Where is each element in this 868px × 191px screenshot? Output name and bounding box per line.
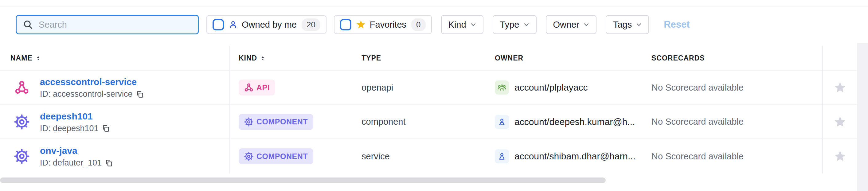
column-header-name[interactable]: NAME [0,46,230,70]
entity-type: openapi [362,83,393,93]
owner-dropdown[interactable]: Owner [546,15,596,34]
favorite-toggle[interactable] [823,71,857,104]
type-dropdown-label: Type [500,20,519,30]
kind-dropdown[interactable]: Kind [441,15,484,34]
favorite-toggle[interactable] [823,139,857,173]
kind-badge: COMPONENT [239,148,313,164]
copy-icon[interactable] [136,90,144,98]
favorites-filter[interactable]: Favorites 0 [334,15,432,34]
api-icon [14,80,30,95]
gear-icon [14,114,30,130]
entity-owner: account/shibam.dhar@harn... [515,151,636,161]
table-header-row: NAME KIND TYPE OWNER SCORECARDS [0,46,857,70]
tags-dropdown[interactable]: Tags [606,15,649,34]
vertical-scrollbar-track [857,43,868,191]
sort-icon [36,56,41,61]
chevron-down-icon [469,21,477,29]
person-icon [495,115,509,129]
entity-type: component [362,117,406,127]
scorecard-status: No Scorecard available [651,117,744,127]
horizontal-scrollbar-thumb[interactable] [0,178,606,183]
scorecard-status: No Scorecard available [651,83,744,93]
chevron-down-icon [523,21,530,29]
chevron-down-icon [582,21,590,29]
table-row[interactable]: deepesh101 ID: deepesh101 [0,104,857,138]
reset-filters-button[interactable]: Reset [664,19,689,30]
filter-toolbar: Owned by me 20 Favorites 0 Kind Type Own… [16,14,690,35]
catalog-page: Owned by me 20 Favorites 0 Kind Type Own… [0,0,868,191]
table-row[interactable]: onv-java ID: defauter_101 [0,138,857,173]
column-header-kind[interactable]: KIND [230,46,353,70]
column-header-owner: OWNER [486,46,643,70]
entity-owner: account/deepesh.kumar@h... [515,117,635,127]
chevron-down-icon [635,21,643,29]
entity-name-link[interactable]: onv-java [40,145,113,156]
owned-by-me-count: 20 [302,19,320,31]
search-icon [23,19,33,30]
api-icon [244,83,253,92]
person-icon [495,149,509,163]
column-header-scorecards: SCORECARDS [643,46,823,70]
favorites-count: 0 [411,19,425,31]
entity-id: ID: deepesh101 [40,124,99,133]
scorecard-status: No Scorecard available [651,151,744,161]
owned-by-me-filter[interactable]: Owned by me 20 [207,15,327,34]
sort-icon [260,56,266,61]
top-divider [0,6,868,6]
group-icon [495,81,509,95]
favorites-checkbox[interactable] [340,19,351,30]
tags-dropdown-label: Tags [613,20,632,30]
owned-by-me-label: Owned by me [242,20,297,30]
star-icon [833,150,847,163]
kind-dropdown-label: Kind [448,20,466,30]
favorite-star-icon [356,19,366,30]
owned-by-me-checkbox[interactable] [213,19,224,30]
entity-owner: account/plplayacc [515,82,588,93]
gear-icon [244,117,253,127]
search-input[interactable] [39,20,186,30]
entity-name-link[interactable]: deepesh101 [40,111,110,122]
type-dropdown[interactable]: Type [493,15,536,34]
kind-badge: COMPONENT [239,114,313,130]
entity-type: service [362,151,390,161]
entity-table: NAME KIND TYPE OWNER SCORECARDS [0,46,857,173]
favorite-toggle[interactable] [823,105,857,138]
gear-icon [14,149,30,164]
column-header-type: TYPE [353,46,486,70]
copy-icon[interactable] [105,159,113,167]
person-icon [228,20,238,30]
gear-icon [244,152,253,161]
star-icon [833,81,847,94]
table-row[interactable]: accesscontrol-service ID: accesscontrol-… [0,70,857,104]
column-header-actions [823,46,857,70]
entity-id: ID: accesscontrol-service [40,89,133,99]
entity-name-link[interactable]: accesscontrol-service [40,76,144,88]
kind-badge: API [239,79,275,96]
favorites-label: Favorites [370,20,406,30]
search-box[interactable] [16,15,199,34]
owner-dropdown-label: Owner [553,20,579,30]
copy-icon[interactable] [102,124,110,132]
star-icon [833,115,847,129]
entity-id: ID: defauter_101 [40,158,102,167]
